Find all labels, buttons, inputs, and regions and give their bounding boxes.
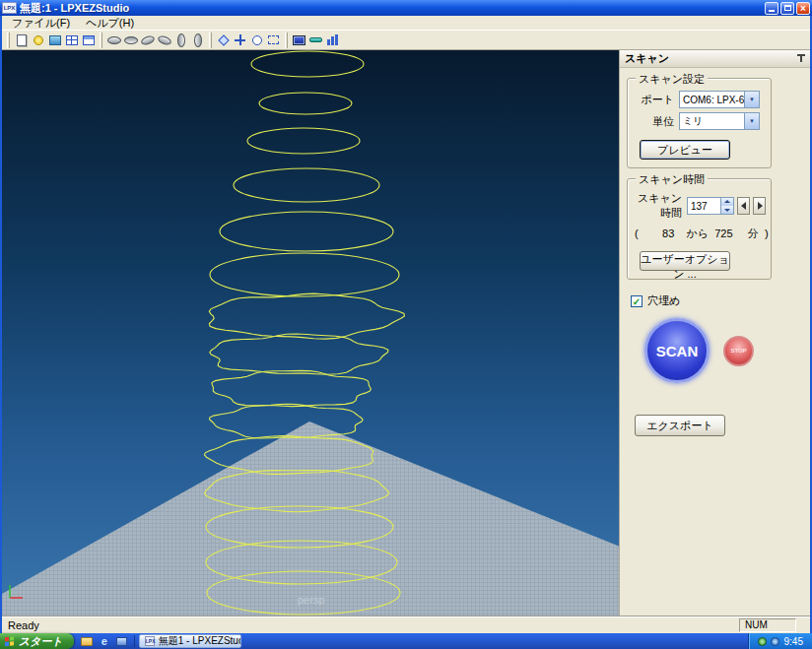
taskbar-task-button[interactable]: LPX 無題1 - LPXEZStudio	[139, 634, 241, 648]
start-label: スタート	[19, 634, 63, 649]
tray-icon[interactable]	[758, 637, 767, 646]
status-text: Ready	[8, 619, 39, 631]
start-button[interactable]: スタート	[0, 633, 74, 649]
chevron-down-icon[interactable]	[744, 92, 759, 107]
ruler-icon	[309, 37, 322, 42]
scan-time-spinbox[interactable]: 137	[687, 197, 734, 215]
preview-button[interactable]: プレビュー	[640, 140, 730, 160]
persp-label: persp	[298, 594, 325, 606]
folder-icon[interactable]	[81, 637, 93, 646]
viewport-grid-icon	[66, 35, 78, 45]
scan-plane-top-button[interactable]	[105, 31, 122, 49]
scan-time-group-title: スキャン時間	[636, 172, 708, 187]
window-title: 無題:1 - LPXEZStudio	[20, 1, 762, 16]
scan-plane-bottom-button[interactable]	[122, 31, 139, 49]
main-area: persp スキャン スキャン設定 ポート COM6: LPX-60	[2, 50, 810, 616]
app-icon: LPX	[2, 2, 17, 14]
scan-time-right-button[interactable]	[753, 197, 766, 215]
spin-up-button[interactable]	[721, 198, 733, 206]
fill-holes-checkbox[interactable]	[631, 295, 643, 307]
toolbar-grip[interactable]	[285, 32, 288, 48]
rotate-view-button[interactable]	[215, 31, 232, 49]
menu-bar: ファイル(F)ヘルプ(H)	[2, 16, 810, 31]
pan-view-button[interactable]	[232, 31, 248, 49]
zoom-view-button[interactable]	[248, 31, 265, 49]
toolbar-grip[interactable]	[7, 32, 10, 48]
screen: LPX 無題:1 - LPXEZStudio ファイル(F)ヘルプ(H)	[0, 0, 812, 649]
scan-time-left-button[interactable]	[737, 197, 750, 215]
viewport-3d[interactable]: persp	[2, 50, 619, 616]
export-row: エクスポート	[620, 405, 810, 436]
scan-plane-front-button[interactable]	[172, 31, 189, 49]
scan-plane-top-icon	[107, 36, 121, 44]
stop-button[interactable]: STOP	[723, 336, 754, 366]
snapshot-button[interactable]	[46, 31, 63, 49]
close-button[interactable]	[796, 2, 810, 15]
light-bulb-icon	[34, 35, 43, 45]
scan-time-range: ( 83 から 725 分 )	[635, 227, 771, 241]
new-document-button[interactable]	[13, 31, 30, 49]
pan-view-icon	[235, 34, 245, 45]
unit-combobox[interactable]: ミリ	[679, 112, 760, 130]
viewport-single-button[interactable]	[80, 31, 97, 49]
monitor-icon	[293, 35, 305, 45]
scan-plane-back-icon	[194, 33, 202, 47]
toolbar	[2, 31, 810, 50]
port-row: ポート COM6: LPX-60	[632, 91, 767, 108]
spinner	[720, 198, 733, 214]
scan-plane-right-button[interactable]	[156, 31, 172, 49]
snapshot-icon	[49, 35, 61, 45]
tray-icons	[758, 637, 779, 646]
unit-value: ミリ	[680, 114, 744, 128]
scan-plane-left-button[interactable]	[139, 31, 156, 49]
fit-view-button[interactable]	[265, 31, 282, 49]
rotate-view-icon	[218, 34, 229, 45]
menu-item-file[interactable]: ファイル(F)	[4, 16, 78, 31]
maximize-button[interactable]	[780, 2, 794, 15]
zoom-view-icon	[252, 35, 262, 45]
scan-buttons-row: SCAN STOP	[644, 318, 810, 383]
export-button[interactable]: エクスポート	[635, 415, 725, 436]
toolbar-grip[interactable]	[209, 32, 212, 48]
status-bar: Ready NUM	[2, 616, 810, 633]
task-label: 無題1 - LPXEZStudio	[159, 634, 241, 648]
spin-down-button[interactable]	[721, 206, 733, 214]
minimize-button[interactable]	[765, 2, 778, 15]
toolbar-grip[interactable]	[100, 32, 102, 48]
scan-plane-right-icon	[157, 33, 172, 45]
fill-holes-row: 穴埋め	[631, 293, 810, 308]
menu-item-help[interactable]: ヘルプ(H)	[78, 16, 142, 31]
scan-time-label: スキャン時間	[632, 191, 687, 221]
scan-settings-group: スキャン設定 ポート COM6: LPX-60 単位 ミリ	[627, 78, 772, 168]
scan-plane-left-icon	[140, 33, 156, 45]
viewport-grid-button[interactable]	[63, 31, 80, 49]
viewport-single-icon	[83, 35, 95, 45]
quick-launch	[74, 633, 134, 649]
ruler-button[interactable]	[307, 31, 324, 49]
system-tray: 9:45	[748, 633, 812, 649]
light-bulb-button[interactable]	[30, 31, 46, 49]
show-desktop-icon[interactable]	[116, 637, 127, 646]
new-document-icon	[17, 34, 27, 46]
tray-icon[interactable]	[771, 637, 779, 646]
clock[interactable]: 9:45	[784, 636, 803, 647]
monitor-button[interactable]	[291, 31, 307, 49]
scan-button[interactable]: SCAN	[644, 318, 710, 383]
unit-label: 単位	[632, 114, 679, 129]
scan-plane-back-button[interactable]	[189, 31, 206, 49]
histogram-icon	[327, 34, 339, 45]
panel-header: スキャン	[620, 50, 810, 68]
viewport-canvas[interactable]: persp	[2, 50, 619, 616]
port-combobox[interactable]: COM6: LPX-60	[679, 91, 760, 108]
scan-plane-bottom-icon	[124, 36, 138, 44]
scan-time-row: スキャン時間 137	[632, 191, 767, 221]
histogram-button[interactable]	[324, 31, 341, 49]
taskbar: スタート LPX 無題1 - LPXEZStudio 9:45	[0, 633, 812, 649]
scan-plane-front-icon	[177, 33, 185, 47]
app-window: LPX 無題:1 - LPXEZStudio ファイル(F)ヘルプ(H)	[0, 0, 812, 633]
task-app-icon: LPX	[145, 636, 155, 646]
user-options-button[interactable]: ユーザーオプション ...	[640, 251, 730, 271]
chevron-down-icon[interactable]	[744, 113, 759, 129]
internet-explorer-icon[interactable]	[99, 635, 110, 647]
pin-icon[interactable]	[797, 54, 805, 63]
